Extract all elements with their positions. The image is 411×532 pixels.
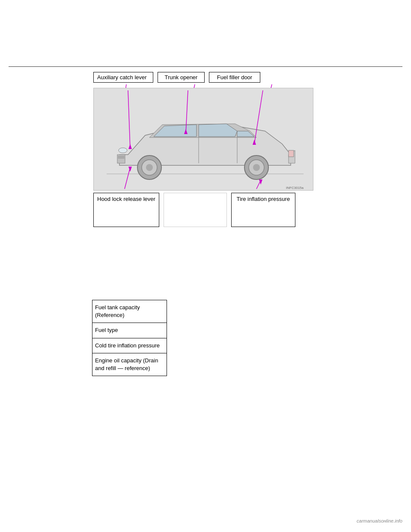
car-illustration: INFC3015a bbox=[94, 88, 314, 191]
svg-rect-22 bbox=[289, 150, 294, 157]
table-cell: Fuel type bbox=[92, 323, 167, 338]
middle-blank-box bbox=[164, 193, 227, 227]
svg-point-21 bbox=[119, 148, 127, 153]
label-row-bottom: Hood lock release lever Tire inflation p… bbox=[93, 193, 295, 227]
svg-point-18 bbox=[253, 164, 260, 171]
svg-point-15 bbox=[146, 164, 153, 171]
table-row: Engine oil capacity (Drain and refill — … bbox=[92, 353, 167, 376]
svg-line-29 bbox=[125, 167, 130, 189]
table-cell: Fuel tank capacity (Reference) bbox=[92, 300, 167, 323]
table-cell: Engine oil capacity (Drain and refill — … bbox=[92, 353, 167, 376]
car-image-area: INFC3015a bbox=[93, 88, 313, 191]
label-row-top: Auxiliary catch lever Trunk opener Fuel … bbox=[93, 72, 260, 83]
page-container: Auxiliary catch lever Trunk opener Fuel … bbox=[0, 0, 411, 532]
svg-text:INFC3015a: INFC3015a bbox=[286, 186, 304, 190]
top-rule bbox=[9, 66, 402, 67]
trunk-opener-label: Trunk opener bbox=[158, 72, 205, 83]
table-cell: Cold tire inflation pressure bbox=[92, 338, 167, 353]
fuel-filler-door-label: Fuel filler door bbox=[209, 72, 260, 83]
watermark: carmanualsонline.info bbox=[357, 518, 402, 523]
svg-rect-20 bbox=[118, 156, 124, 158]
hood-lock-release-lever-label: Hood lock release lever bbox=[93, 193, 159, 227]
svg-line-23 bbox=[128, 90, 130, 148]
tire-inflation-pressure-label: Tire inflation pressure bbox=[231, 193, 295, 227]
table-row: Fuel tank capacity (Reference) bbox=[92, 300, 167, 323]
table-row: Fuel type bbox=[92, 323, 167, 338]
svg-marker-24 bbox=[128, 144, 132, 149]
auxiliary-catch-lever-label: Auxiliary catch lever bbox=[93, 72, 153, 83]
info-table: Fuel tank capacity (Reference) Fuel type… bbox=[92, 300, 167, 376]
table-row: Cold tire inflation pressure bbox=[92, 338, 167, 353]
